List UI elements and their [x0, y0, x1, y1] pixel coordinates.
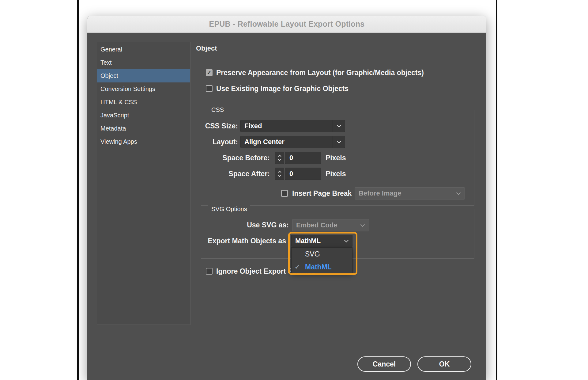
ok-button[interactable]: OK [417, 356, 471, 372]
epub-export-options-dialog: EPUB - Reflowable Layout Export Options … [87, 16, 486, 380]
menu-option-svg[interactable]: SVG [292, 248, 352, 260]
menu-option-mathml-label: MathML [305, 263, 332, 271]
stepper-down-icon [278, 173, 281, 177]
page-break-position-value: Before Image [355, 189, 452, 197]
cancel-button[interactable]: Cancel [357, 356, 411, 372]
export-math-objects-label: Export Math Objects as [198, 237, 286, 245]
insert-page-break-label: Insert Page Break [292, 189, 352, 198]
sidebar-item-conversion-settings[interactable]: Conversion Settings [97, 82, 190, 96]
css-size-dropdown[interactable]: Fixed [240, 120, 345, 132]
space-after-label: Space After: [191, 169, 270, 178]
panel-heading: Object [196, 44, 217, 52]
sidebar-item-metadata[interactable]: Metadata [97, 122, 190, 135]
insert-page-break-checkbox[interactable] [281, 190, 288, 197]
export-math-objects-dropdown[interactable]: MathML [291, 235, 352, 247]
sidebar-item-javascript[interactable]: JavaScript [97, 109, 190, 122]
dialog-titlebar: EPUB - Reflowable Layout Export Options [87, 16, 486, 33]
css-group-legend: CSS [208, 106, 227, 114]
page-break-position-dropdown: Before Image [355, 187, 465, 200]
layout-dropdown[interactable]: Align Center [240, 136, 345, 148]
settings-sidebar: General Text Object Conversion Settings … [97, 42, 190, 325]
use-svg-as-label: Use SVG as: [216, 221, 289, 229]
stepper-down-icon [278, 158, 281, 161]
dialog-title: EPUB - Reflowable Layout Export Options [209, 20, 365, 28]
use-existing-image-checkbox[interactable] [206, 85, 213, 92]
space-after-stepper[interactable] [275, 168, 284, 180]
css-size-label: CSS Size: [179, 122, 238, 130]
menu-option-mathml[interactable]: ✓MathML [292, 260, 352, 273]
chevron-down-icon [356, 219, 369, 231]
checkbox-check-icon: ✓ [207, 70, 211, 75]
space-before-input[interactable] [285, 152, 321, 164]
sidebar-item-text[interactable]: Text [97, 56, 190, 69]
preserve-appearance-label: Preserve Appearance from Layout (for Gra… [216, 68, 424, 77]
css-size-value: Fixed [241, 122, 333, 130]
chevron-down-icon [340, 235, 352, 247]
space-after-unit: Pixels [326, 169, 346, 178]
use-existing-image-label: Use Existing Image for Graphic Objects [216, 84, 349, 93]
preserve-appearance-checkbox[interactable]: ✓ [206, 69, 213, 76]
left-frame-line [77, 0, 79, 380]
space-before-unit: Pixels [326, 154, 346, 162]
space-before-label: Space Before: [191, 154, 270, 162]
layout-label: Layout: [179, 138, 238, 146]
export-math-objects-value: MathML [292, 237, 340, 245]
right-frame-line [496, 0, 497, 380]
chevron-down-icon [452, 188, 465, 199]
use-svg-as-dropdown: Embed Code [292, 219, 369, 231]
layout-value: Align Center [241, 138, 333, 146]
chevron-down-icon [333, 136, 345, 148]
sidebar-item-object[interactable]: Object [97, 69, 190, 82]
menu-check-icon: ✓ [295, 260, 300, 273]
ignore-object-export-checkbox[interactable] [206, 268, 213, 275]
sidebar-item-html-css[interactable]: HTML & CSS [97, 96, 190, 109]
sidebar-item-viewing-apps[interactable]: Viewing Apps [97, 135, 190, 148]
svg-options-legend: SVG Options [208, 205, 250, 213]
space-after-input[interactable] [285, 168, 321, 180]
sidebar-item-general[interactable]: General [97, 43, 190, 56]
use-svg-as-value: Embed Code [292, 221, 356, 229]
heading-separator [196, 58, 474, 58]
chevron-down-icon [333, 120, 345, 132]
space-before-stepper[interactable] [275, 152, 284, 164]
export-math-objects-menu: SVG ✓MathML [291, 247, 352, 273]
